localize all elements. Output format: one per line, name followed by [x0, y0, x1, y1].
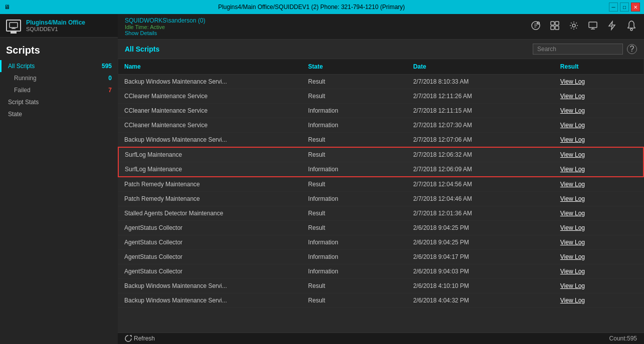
table-row: Backup Windows Maintenance Servi...Resul… [118, 279, 643, 293]
cell-result[interactable]: View Log [554, 147, 643, 162]
table-row: CCleaner Maintenance ServiceInformation2… [118, 104, 643, 118]
top-bar-status: Idle Time: Active [125, 24, 205, 30]
view-log-link[interactable]: View Log [560, 268, 585, 275]
cell-name: Backup Windows Maintenance Servi... [118, 279, 302, 293]
sidebar-org: Plugins4/Main Office SQUIDDEV1 [26, 19, 85, 32]
sidebar-nav: All Scripts 595 Running 0 Failed 7 Scrip… [0, 60, 118, 120]
view-log-link[interactable]: View Log [560, 166, 585, 173]
view-log-link[interactable]: View Log [560, 122, 585, 129]
cell-date: 2/7/2018 12:06:09 AM [407, 162, 554, 177]
table-row: Patch Remedy MaintenanceInformation2/7/2… [118, 192, 643, 206]
cell-result[interactable]: View Log [554, 206, 643, 221]
cell-state: Result [302, 133, 407, 148]
cell-result[interactable]: View Log [554, 293, 643, 308]
cell-date: 2/7/2018 12:04:56 AM [407, 177, 554, 192]
sidebar-item-running[interactable]: Running 0 [0, 72, 118, 84]
cell-result[interactable]: View Log [554, 89, 643, 104]
col-header-state: State [302, 59, 407, 75]
sidebar-label-state: State [8, 111, 22, 118]
grid-icon[interactable] [550, 21, 560, 33]
top-bar-user: SQUIDWORKS\sanderson (0) [125, 17, 205, 24]
table-row: CCleaner Maintenance ServiceInformation2… [118, 118, 643, 133]
cell-name: AgentStatus Collector [118, 264, 302, 279]
cell-name: SurfLog Maintenance [118, 162, 302, 177]
view-log-link[interactable]: View Log [560, 93, 585, 100]
cell-result[interactable]: View Log [554, 279, 643, 293]
cell-result[interactable]: View Log [554, 235, 643, 250]
help-icon[interactable]: ? [627, 44, 637, 54]
lightning-icon[interactable] [607, 21, 617, 33]
refresh-button[interactable]: Refresh [125, 335, 155, 342]
svg-rect-5 [551, 22, 554, 25]
cell-state: Result [302, 206, 407, 221]
table-row: AgentStatus CollectorInformation2/6/2018… [118, 264, 643, 279]
cell-result[interactable]: View Log [554, 177, 643, 192]
view-log-link[interactable]: View Log [560, 253, 585, 260]
cell-result[interactable]: View Log [554, 75, 643, 89]
view-log-link[interactable]: View Log [560, 224, 585, 231]
table-row: SurfLog MaintenanceInformation2/7/2018 1… [118, 162, 643, 177]
show-details-link[interactable]: Show Details [125, 30, 205, 36]
cell-date: 2/7/2018 8:10:33 AM [407, 75, 554, 89]
refresh-label: Refresh [134, 335, 155, 342]
cell-result[interactable]: View Log [554, 133, 643, 148]
sidebar-item-failed[interactable]: Failed 7 [0, 84, 118, 96]
view-log-link[interactable]: View Log [560, 239, 585, 246]
sidebar-item-state[interactable]: State [0, 108, 118, 120]
sidebar-label-failed: Failed [14, 87, 31, 94]
cell-result[interactable]: View Log [554, 104, 643, 118]
window-title: Plugins4/Main Office/SQUIDDEV1 (2) Phone… [14, 4, 609, 11]
view-log-link[interactable]: View Log [560, 282, 585, 289]
restore-button[interactable]: □ [620, 3, 629, 12]
view-log-link[interactable]: View Log [560, 78, 585, 85]
view-log-link[interactable]: View Log [560, 297, 585, 304]
bell-icon[interactable] [626, 20, 637, 34]
badge-running: 0 [108, 75, 112, 82]
org-name: Plugins4/Main Office [26, 19, 85, 26]
sidebar-label-script-stats: Script Stats [8, 99, 39, 106]
plugin-icon[interactable] [531, 21, 541, 33]
sidebar-item-script-stats[interactable]: Script Stats [0, 96, 118, 108]
view-log-link[interactable]: View Log [560, 151, 585, 158]
cell-result[interactable]: View Log [554, 264, 643, 279]
cell-result[interactable]: View Log [554, 221, 643, 235]
table-row: SurfLog MaintenanceResult2/7/2018 12:06:… [118, 147, 643, 162]
cell-name: Backup Windows Maintenance Servi... [118, 293, 302, 308]
sidebar-header: Plugins4/Main Office SQUIDDEV1 [0, 14, 118, 38]
view-log-link[interactable]: View Log [560, 210, 585, 217]
cell-date: 2/6/2018 9:04:17 PM [407, 250, 554, 264]
cell-state: Result [302, 221, 407, 235]
cell-name: SurfLog Maintenance [118, 147, 302, 162]
cell-date: 2/7/2018 12:07:30 AM [407, 118, 554, 133]
monitor-toolbar-icon[interactable] [588, 21, 598, 33]
cell-name: CCleaner Maintenance Service [118, 118, 302, 133]
svg-rect-7 [551, 26, 554, 30]
table-row: Stalled Agents Detector MaintenanceResul… [118, 206, 643, 221]
cell-result[interactable]: View Log [554, 192, 643, 206]
sidebar-label-all-scripts: All Scripts [8, 63, 35, 70]
view-log-link[interactable]: View Log [560, 181, 585, 188]
cell-result[interactable]: View Log [554, 162, 643, 177]
cell-name: AgentStatus Collector [118, 221, 302, 235]
window-controls: ─ □ ✕ [609, 3, 640, 12]
minimize-button[interactable]: ─ [609, 3, 618, 12]
settings-icon[interactable] [569, 21, 579, 33]
col-header-result: Result [554, 59, 643, 75]
cell-date: 2/7/2018 12:11:15 AM [407, 104, 554, 118]
badge-failed: 7 [108, 87, 112, 94]
close-button[interactable]: ✕ [631, 3, 640, 12]
cell-state: Result [302, 75, 407, 89]
table-row: CCleaner Maintenance ServiceResult2/7/20… [118, 89, 643, 104]
cell-result[interactable]: View Log [554, 118, 643, 133]
view-log-link[interactable]: View Log [560, 136, 585, 143]
view-log-link[interactable]: View Log [560, 107, 585, 114]
view-log-link[interactable]: View Log [560, 195, 585, 202]
search-input[interactable] [533, 44, 623, 55]
cell-result[interactable]: View Log [554, 250, 643, 264]
svg-rect-6 [555, 22, 559, 25]
sidebar-item-all-scripts[interactable]: All Scripts 595 [0, 60, 118, 72]
cell-name: Patch Remedy Maintenance [118, 192, 302, 206]
table-header-row: Name State Date Result [118, 59, 643, 75]
cell-date: 2/7/2018 12:04:46 AM [407, 192, 554, 206]
svg-rect-8 [555, 26, 559, 30]
